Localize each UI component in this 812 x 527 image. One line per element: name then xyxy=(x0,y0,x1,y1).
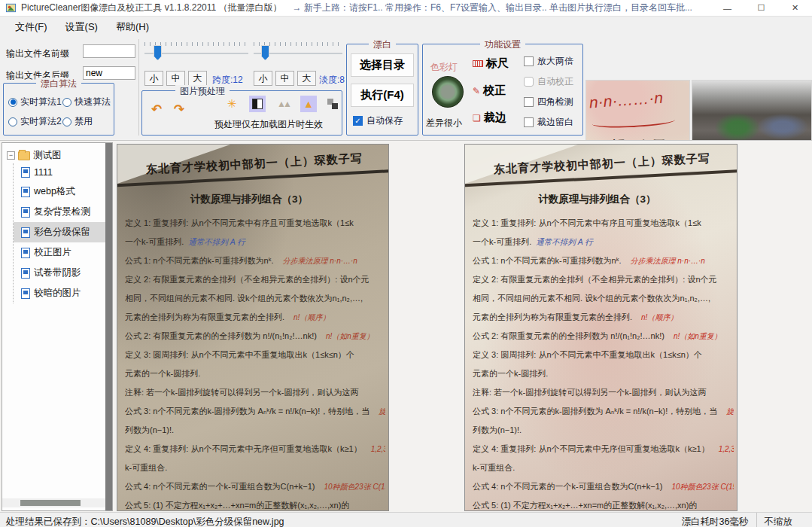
checkbox-icon xyxy=(524,56,534,66)
window-controls: — ☐ ✕ xyxy=(710,0,812,16)
algorithm-radio[interactable]: 实时算法2 xyxy=(8,115,62,128)
tree-item[interactable]: webp格式 xyxy=(14,181,112,202)
doc-line: 定义 4: 重复排列: 从n个不同元素中无序但可重复地选取k（k≥1）1,2,3… xyxy=(125,440,385,458)
color-blocks-icon[interactable] xyxy=(324,96,341,112)
doc-line: 注释: 若一个k-圆排列旋转可以得到另一个k-圆排列，则认为这两 xyxy=(125,383,385,402)
doc-line: 定义 4: 重复排列: 从n个不同元素中无序但可重复地选取k（k≥1）1,2,3… xyxy=(473,440,734,458)
doc-line: 元素的全排列为称为有限重复元素的全排列.n!（顺序） xyxy=(473,308,734,327)
feature-checkbox[interactable]: 裁边留白 xyxy=(524,116,573,129)
span-small-button[interactable]: 小 xyxy=(144,71,163,86)
fade-small-button[interactable]: 小 xyxy=(254,71,272,86)
brightness-icon[interactable]: ✳ xyxy=(224,96,240,112)
doc-line: 定义 1: 重复排列: 从n个不同元素中有序且可重复地选取k（1≤k xyxy=(473,214,734,233)
suffix-input[interactable] xyxy=(83,66,135,80)
tree-horizontal-scrollbar[interactable] xyxy=(2,498,107,507)
statusbar: 处理结果已保存到：C:\Users\81089\Desktop\彩色分级保留ne… xyxy=(0,512,812,527)
tree-item[interactable]: 试卷带阴影 xyxy=(14,263,112,283)
span-large-button[interactable]: 大 xyxy=(188,71,207,86)
titlebar: PictureCleaner图像漂白及校正工具 v1.1.8.22011 （批量… xyxy=(0,0,812,17)
feature-group-title: 功能设置 xyxy=(480,38,525,51)
window-tip: → 新手上路：请按F1.. 常用操作：F6、F7设置输入、输出目录.. 单击图片… xyxy=(293,2,710,14)
prefix-input[interactable] xyxy=(83,44,135,58)
main-area: − 测试图 1111 webp格式 复杂背景检测 彩色分级保留 xyxy=(0,140,812,512)
doc-line: 元素的一个k-圆排列. xyxy=(125,364,385,383)
close-button[interactable]: ✕ xyxy=(778,0,812,16)
doc-line: 公式 3: n个不同元素的k-圆排列数为 Aₙᵏ/k = n!/k(n−k)!，… xyxy=(125,402,385,421)
fade-slider[interactable] xyxy=(254,42,342,65)
scrollbar-thumb[interactable] xyxy=(20,500,81,506)
tree-vertical-scrollbar[interactable] xyxy=(105,143,112,510)
status-zoom: 不缩放 xyxy=(757,513,812,527)
doc-line: 公式 2: 有限重复元素的的全排列数为 n!/(n₁!n₂!…nk!)n!（如n… xyxy=(125,327,385,346)
prefix-label: 输出文件名前缀 xyxy=(6,47,69,60)
undo-icon[interactable]: ↶ xyxy=(151,103,162,116)
algorithm-radio[interactable]: 快速算法 xyxy=(62,96,111,108)
algorithm-radio[interactable]: 禁用 xyxy=(62,115,93,128)
peaks-icon[interactable]: ▲▲ xyxy=(275,96,291,112)
crop-button[interactable]: ❏ 裁边 xyxy=(473,111,506,125)
menu-item[interactable]: 设置(S) xyxy=(58,18,105,36)
doc-line: 相同，不同组间的元素不相同. 设k个组的元素个数依次为n₁,n₂,…, xyxy=(473,289,734,308)
tree-root-folder[interactable]: − 测试图 xyxy=(2,143,112,163)
span-slider[interactable] xyxy=(144,42,248,65)
diff-label: 差异很小 xyxy=(426,117,462,129)
span-medium-button[interactable]: 中 xyxy=(166,71,185,86)
menu-item[interactable]: 帮助(H) xyxy=(108,18,157,36)
algorithm-groupbox: 漂白算法 实时算法1 快速算法 实时算法2 禁用 xyxy=(3,83,114,136)
original-image-view[interactable]: 东北育才学校初中部初一（上）琛数子写 计数原理与排列组合（3） 定义 1: 重复… xyxy=(117,144,389,511)
tree-item[interactable]: 彩色分级保留 xyxy=(14,222,112,242)
doc-line: k-可重组合. xyxy=(125,458,385,477)
fade-medium-button[interactable]: 中 xyxy=(275,71,294,86)
radio-icon xyxy=(8,98,17,107)
image-file-icon xyxy=(21,167,30,178)
checkbox-icon xyxy=(524,117,534,127)
feature-checkbox[interactable]: 自动校正 xyxy=(524,75,573,88)
doc-line: 定义 2: 有限重复元素的全排列（不全相异元素的全排列）: 设n个元 xyxy=(473,270,734,289)
tree-item[interactable]: 复杂背景检测 xyxy=(14,202,112,222)
tree-item[interactable]: 较暗的图片 xyxy=(14,283,112,303)
autosave-checkbox[interactable]: ✓ 自动保存 xyxy=(353,114,403,127)
doc-line: 定义 3: 圆周排列: 从n个不同元素中不重复地取出k（1≤k≤n）个 xyxy=(473,346,734,364)
preprocess-group-title: 图片预处理 xyxy=(175,85,230,98)
algorithm-radio[interactable]: 实时算法1 xyxy=(8,96,62,108)
bleached-image-view[interactable]: 东北育才学校初中部初一（上）琛数子写 计数原理与排列组合（3） 定义 1: 重复… xyxy=(464,144,737,511)
doc-line: 公式 1: n个不同元素的k-可重排列数为nᵏ.分步乘法原理 n·n·…·n xyxy=(125,251,385,270)
tree-item[interactable]: 校正图片 xyxy=(14,242,112,263)
fade-large-button[interactable]: 大 xyxy=(297,71,316,86)
image-file-icon xyxy=(21,227,30,238)
doc-title: 计数原理与排列组合（3） xyxy=(465,193,729,206)
feature-checkboxes: 放大两倍 自动校正 四角检测 裁边留白 xyxy=(524,55,573,129)
doc-title: 计数原理与排列组合（3） xyxy=(117,193,381,206)
minimize-button[interactable]: — xyxy=(710,0,744,16)
doc-line: 公式 5: (1) 不定方程x₁+x₂+…+xn=m的正整数解(x₁,x₂,…,… xyxy=(125,496,385,511)
correct-button[interactable]: ✎ 校正 xyxy=(473,84,506,98)
doc-line: 公式 4: n个不同元素的一个k-可重组合数为C(n+k−1)10种颜色23张 … xyxy=(125,477,385,496)
contrast-icon[interactable] xyxy=(249,96,266,112)
maximize-button[interactable]: ☐ xyxy=(744,0,778,16)
status-time: 漂白耗时36毫秒 xyxy=(682,513,756,527)
execute-button[interactable]: 执行(F4) xyxy=(351,84,414,107)
menu-item[interactable]: 文件(F) xyxy=(8,18,55,36)
tree-expander-icon[interactable]: − xyxy=(7,151,15,160)
doc-line: 公式 1: n个不同元素的k-可重排列数为nᵏ.分步乘法原理 n·n·…·n xyxy=(473,251,734,270)
doc-line: 公式 5: (1) 不定方程x₁+x₂+…+xn=m的正整数解(x₁,x₂,…,… xyxy=(473,496,734,511)
select-directory-button[interactable]: 选择目录 xyxy=(351,53,414,77)
color-light-label: 色彩灯 xyxy=(430,61,458,74)
ruler-button[interactable]: 标尺 xyxy=(473,56,509,71)
doc-line: 公式 4: n个不同元素的一个k-可重组合数为C(n+k−1)10种颜色23张 … xyxy=(473,477,734,496)
feature-checkbox[interactable]: 四角检测 xyxy=(524,96,573,108)
doc-line: 定义 1: 重复排列: 从n个不同元素中有序且可重复地选取k（1≤k xyxy=(125,214,385,233)
feature-checkbox[interactable]: 放大两倍 xyxy=(524,55,573,68)
checkbox-checked-icon: ✓ xyxy=(353,116,363,126)
redo-icon[interactable]: ↷ xyxy=(174,103,184,116)
span-slider-thumb[interactable] xyxy=(154,45,162,60)
image-file-icon xyxy=(21,187,30,197)
preview-red-underline xyxy=(592,114,676,129)
fade-slider-thumb[interactable] xyxy=(261,45,269,60)
doc-line: 元素的一个k-圆排列. xyxy=(473,364,734,383)
triangle-icon[interactable]: ▲ xyxy=(300,96,317,112)
preprocess-groupbox: 图片预处理 ↶ ↷ ✳ ▲▲ ▲ 预处理仅在加载图片时生效 xyxy=(141,90,342,136)
app-window: PictureCleaner图像漂白及校正工具 v1.1.8.22011 （批量… xyxy=(0,0,812,527)
doc-line: 公式 3: n个不同元素的k-圆排列数为 Aₙᵏ/k = n!/k(n−k)!，… xyxy=(473,402,734,421)
tree-item[interactable]: 1111 xyxy=(14,163,112,181)
